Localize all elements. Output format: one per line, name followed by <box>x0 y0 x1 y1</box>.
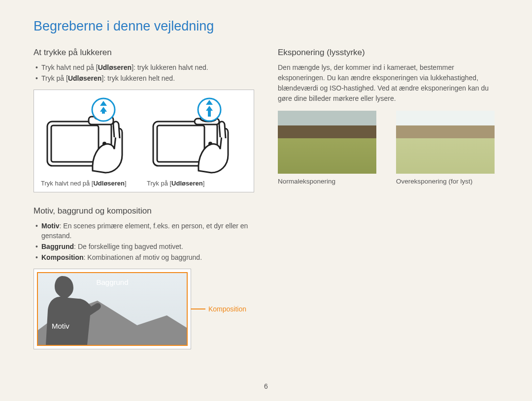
exposure-paragraph: Den mængde lys, der kommer ind i kamerae… <box>278 62 499 104</box>
bullet-komposition: Komposition: Kombinationen af motiv og b… <box>35 252 254 262</box>
exposure-normal-image <box>278 111 376 174</box>
exposure-over: Overeksponering (for lyst) <box>396 111 499 185</box>
bullet-full-press: Tryk på [Udløseren]: tryk lukkeren helt … <box>35 73 254 83</box>
bullet-baggrund: Baggrund: De forskellige ting bagved mot… <box>35 242 254 251</box>
exposure-normal: Normaleksponering <box>278 111 380 185</box>
caption-normal-exposure: Normaleksponering <box>278 178 380 185</box>
label-baggrund: Baggrund <box>96 278 128 286</box>
svg-rect-10 <box>157 125 204 162</box>
label-komposition: Komposition <box>208 305 246 313</box>
svg-rect-8 <box>102 112 105 114</box>
bullet-motiv: Motiv: En scenes primære element, f.eks.… <box>35 221 254 241</box>
heading-exposure: Eksponering (lysstyrke) <box>278 48 499 58</box>
shutter-half-diagram: Tryk halvt ned på [Udløseren] <box>39 97 143 187</box>
composition-bullets: Motiv: En scenes primære element, f.eks.… <box>35 221 254 263</box>
shutter-bullets: Tryk halvt ned på [Udløseren]: tryk lukk… <box>35 62 254 84</box>
caption-over-exposure: Overeksponering (for lyst) <box>396 178 499 185</box>
exposure-examples: Normaleksponering Overeksponering (for l… <box>278 111 499 185</box>
label-motiv: Motiv <box>52 322 69 330</box>
shutter-diagram-box: Tryk halvt ned på [Udløseren] <box>33 90 254 192</box>
composition-pointer-line <box>191 308 205 309</box>
composition-diagram: Baggrund Motiv Komposition <box>33 269 191 349</box>
exposure-over-image <box>396 111 495 174</box>
camera-full-press-icon <box>150 97 244 176</box>
left-column: At trykke på lukkeren Tryk halvt ned på … <box>33 46 254 349</box>
caption-half-press: Tryk halvt ned på [Udløseren] <box>39 180 127 187</box>
camera-half-press-icon <box>44 97 138 176</box>
heading-shutter: At trykke på lukkeren <box>33 48 254 58</box>
right-column: Eksponering (lysstyrke) Den mængde lys, … <box>278 46 499 349</box>
bullet-half-press: Tryk halvt ned på [Udløseren]: tryk lukk… <box>35 62 254 72</box>
heading-composition: Motiv, baggrund og komposition <box>33 206 254 216</box>
caption-full-press: Tryk på [Udløseren] <box>145 180 204 187</box>
page-title: Begreberne i denne vejledning <box>33 19 499 34</box>
svg-rect-1 <box>51 125 99 162</box>
shutter-full-diagram: Tryk på [Udløseren] <box>145 97 249 187</box>
page-number: 6 <box>264 382 268 390</box>
svg-rect-17 <box>208 111 211 117</box>
